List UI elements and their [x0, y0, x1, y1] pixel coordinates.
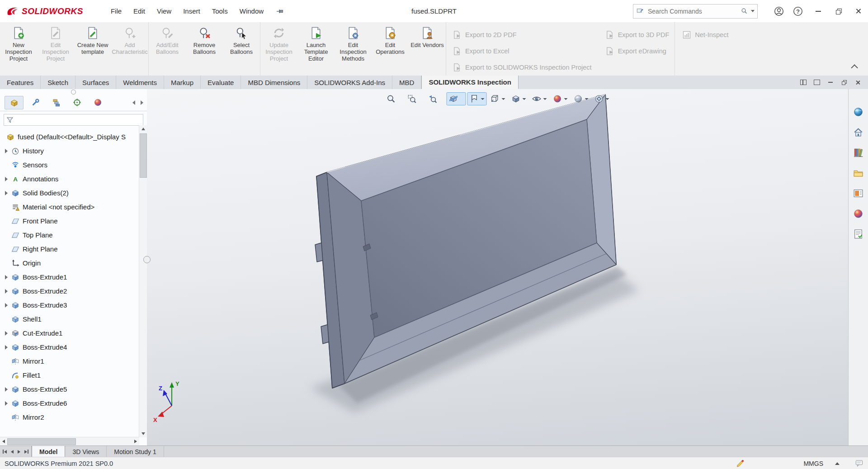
zoom-to-fit-icon[interactable] [384, 92, 403, 105]
scroll-tabs-right-icon[interactable] [141, 100, 143, 105]
select-balloons[interactable]: Select Balloons [223, 22, 260, 76]
update-inspection-project[interactable]: Update Inspection Project [260, 22, 297, 76]
edit-vendors[interactable]: Edit Vendors [409, 22, 446, 76]
solid-bodies-2[interactable]: Solid Bodies(2) [0, 186, 139, 200]
dropdown-caret-icon[interactable] [564, 98, 567, 100]
tree-horizontal-scrollbar[interactable] [0, 437, 139, 445]
weldments[interactable]: Weldments [116, 76, 164, 89]
features[interactable]: Features [0, 76, 41, 89]
expand-arrow-icon[interactable] [3, 345, 9, 350]
section-view-icon[interactable] [446, 92, 466, 105]
edit[interactable]: Edit [127, 5, 151, 18]
sensors[interactable]: Sensors [0, 158, 139, 172]
display-style-icon[interactable] [509, 92, 528, 105]
model-canvas[interactable]: Y X Z [147, 89, 848, 445]
insert[interactable]: Insert [177, 5, 206, 18]
panel-collapse-handle[interactable] [143, 256, 151, 263]
dropdown-caret-icon[interactable] [522, 98, 526, 100]
scroll-left-icon[interactable] [0, 437, 7, 445]
quick-tips-icon[interactable] [855, 459, 863, 468]
export-edrawing[interactable]: Export eDrawing [605, 43, 670, 59]
export-to-3d-pdf[interactable]: Export to 3D PDF [605, 27, 670, 43]
pin-toolbar-icon[interactable] [274, 5, 286, 17]
units-selector[interactable]: MMGS [803, 460, 840, 467]
close-window-button[interactable] [848, 0, 868, 22]
annotations[interactable]: Annotations [0, 172, 139, 186]
search-icon[interactable] [741, 7, 748, 15]
scroll-tabs-left-icon[interactable] [132, 100, 135, 105]
window[interactable]: Window [234, 5, 269, 18]
restore-window-button[interactable] [828, 0, 848, 22]
launch-template-editor[interactable]: Launch Template Editor [297, 22, 335, 76]
boss-extrude2[interactable]: Boss-Extrude2 [0, 284, 139, 298]
motion-study-1[interactable]: Motion Study 1 [107, 446, 164, 457]
edit-appearance-icon[interactable] [550, 92, 570, 105]
appearances-scenes-icon[interactable] [851, 206, 866, 221]
expand-arrow-icon[interactable] [3, 303, 9, 308]
dropdown-caret-icon[interactable] [543, 98, 547, 100]
fillet1[interactable]: Fillet1 [0, 368, 139, 382]
expand-arrow-icon[interactable] [3, 177, 9, 181]
material-not-specified[interactable]: Material <not specified> [0, 200, 139, 214]
top-plane[interactable]: Top Plane [0, 228, 139, 242]
export-to-solidworks-inspection-project[interactable]: Export to SOLIDWORKS Inspection Project [453, 59, 592, 76]
horizontal-scroll-thumb[interactable] [7, 438, 76, 445]
new-inspection-project[interactable]: New Inspection Project [0, 22, 37, 76]
solidworks-inspection[interactable]: SOLIDWORKS Inspection [421, 76, 519, 89]
dock-pane-left-icon[interactable] [797, 77, 810, 88]
history[interactable]: History [0, 144, 139, 158]
tools[interactable]: Tools [206, 5, 234, 18]
collapse-ribbon-icon[interactable] [850, 63, 860, 71]
minimize-window-button[interactable] [808, 0, 828, 22]
dropdown-caret-icon[interactable] [481, 98, 484, 100]
boss-extrude6[interactable]: Boss-Extrude6 [0, 396, 139, 410]
view[interactable]: View [151, 5, 177, 18]
tree-vertical-scrollbar[interactable] [139, 125, 147, 437]
edit-operations[interactable]: Edit Operations [372, 22, 409, 76]
mbd[interactable]: MBD [392, 76, 421, 89]
search-options-caret-icon[interactable] [751, 10, 755, 12]
dock-pane-right-icon[interactable] [810, 77, 824, 88]
tree-filter-input[interactable] [16, 116, 141, 124]
threedexperience-marketplace-icon[interactable] [851, 104, 866, 119]
expand-arrow-icon[interactable] [3, 275, 9, 280]
featuremanager-tab[interactable] [5, 96, 24, 109]
dropdown-caret-icon[interactable] [501, 98, 505, 100]
cut-extrude1[interactable]: Cut-Extrude1 [0, 326, 139, 340]
restore-document-icon[interactable] [837, 77, 851, 88]
tree-filter-box[interactable] [4, 114, 143, 126]
next-tab-icon[interactable] [18, 450, 20, 454]
view-orientation-icon[interactable] [488, 92, 507, 105]
search-input[interactable] [647, 7, 738, 15]
expand-arrow-icon[interactable] [3, 149, 9, 153]
markup-pencil-icon[interactable] [736, 459, 745, 468]
hide-show-items-icon[interactable] [529, 92, 549, 105]
minimize-document-icon[interactable] [824, 77, 837, 88]
dimxpertmanager-tab[interactable] [68, 96, 86, 109]
configurationmanager-tab[interactable] [47, 96, 65, 109]
search-commands-box[interactable] [633, 4, 758, 19]
evaluate[interactable]: Evaluate [201, 76, 241, 89]
origin[interactable]: Origin [0, 256, 139, 270]
shell1[interactable]: Shell1 [0, 312, 139, 326]
close-document-icon[interactable] [851, 77, 864, 88]
displaymanager-tab[interactable] [89, 96, 107, 109]
last-tab-icon[interactable] [24, 450, 28, 454]
solidworks-add-ins[interactable]: SOLIDWORKS Add-Ins [307, 76, 392, 89]
zoom-to-area-icon[interactable] [405, 92, 424, 105]
edit-inspection-project[interactable]: Edit Inspection Project [37, 22, 74, 76]
expand-arrow-icon[interactable] [3, 401, 9, 406]
view-palette-icon[interactable] [851, 186, 866, 200]
model[interactable]: Model [32, 446, 65, 457]
units-caret-icon[interactable] [835, 462, 840, 465]
solidworks-resources-icon[interactable] [851, 125, 866, 139]
markup[interactable]: Markup [164, 76, 201, 89]
scroll-up-icon[interactable] [139, 125, 147, 133]
panel-resize-handle[interactable] [71, 90, 76, 95]
remove-balloons[interactable]: Remove Balloons [186, 22, 223, 76]
previous-tab-icon[interactable] [11, 450, 14, 454]
boss-extrude1[interactable]: Boss-Extrude1 [0, 270, 139, 284]
mbd-dimensions[interactable]: MBD Dimensions [241, 76, 307, 89]
dropdown-caret-icon[interactable] [585, 98, 588, 100]
first-tab-icon[interactable] [3, 450, 7, 454]
